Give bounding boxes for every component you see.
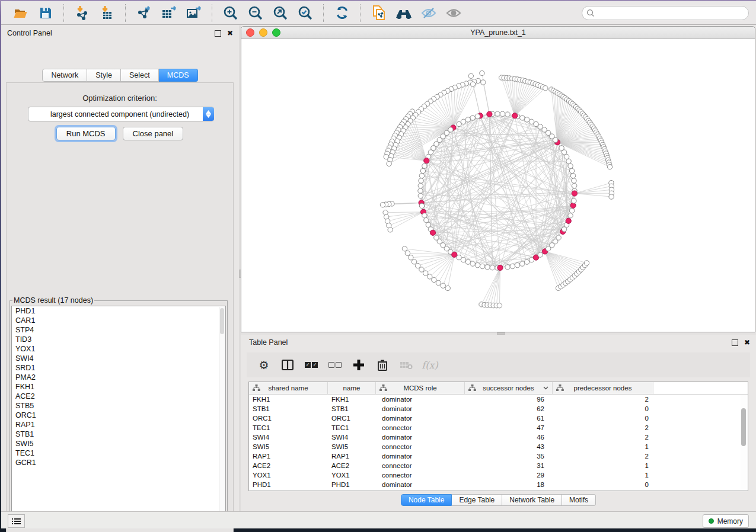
network-node[interactable] [543, 86, 548, 91]
table-row[interactable]: PHD1PHD1dominator180 [249, 480, 748, 489]
import-table-icon[interactable] [98, 4, 116, 22]
close-panel-button[interactable]: Close panel [123, 127, 184, 140]
table-cell[interactable]: dominator [376, 415, 465, 422]
table-cell[interactable]: 2 [553, 396, 653, 403]
network-node[interactable] [569, 168, 574, 173]
network-node[interactable] [520, 116, 525, 120]
task-history-button[interactable] [8, 514, 25, 528]
zoom-in-icon[interactable] [222, 4, 240, 22]
network-node[interactable] [418, 193, 423, 198]
table-cell[interactable]: 2 [553, 434, 653, 441]
apply-layout-icon[interactable] [333, 4, 351, 22]
mcds-result-list[interactable]: PHD1CAR1STP4TID3YOX1SWI4SRD1PMA2FKH1ACE2… [11, 306, 226, 516]
table-cell[interactable]: RAP1 [328, 453, 376, 460]
table-cell[interactable]: 96 [465, 396, 553, 403]
zoom-fit-icon[interactable] [272, 4, 289, 22]
table-row[interactable]: YOX1YOX1connector291 [249, 470, 748, 480]
table-cell[interactable]: 0 [553, 415, 653, 422]
clone-network-icon[interactable] [370, 4, 388, 22]
open-session-icon[interactable] [12, 4, 30, 22]
table-cell[interactable]: 2 [553, 424, 653, 431]
network-node[interactable] [388, 227, 393, 232]
network-node[interactable] [418, 183, 423, 188]
network-node[interactable] [505, 112, 510, 117]
dominator-node[interactable] [566, 218, 571, 223]
tab-style[interactable]: Style [87, 69, 121, 82]
network-node[interactable] [568, 213, 573, 218]
tab-network[interactable]: Network [42, 69, 87, 82]
tab-edge-table[interactable]: Edge Table [452, 494, 502, 506]
network-node[interactable] [607, 165, 612, 169]
mcds-result-item[interactable]: YOX1 [12, 344, 225, 354]
network-node[interactable] [485, 265, 490, 270]
network-node[interactable] [480, 70, 484, 75]
show-columns-icon[interactable] [277, 357, 298, 373]
close-panel-icon[interactable]: ✖ [744, 339, 750, 345]
save-session-icon[interactable] [37, 4, 55, 22]
float-panel-icon[interactable] [732, 339, 738, 346]
table-cell[interactable]: STB1 [249, 405, 328, 412]
zoom-out-icon[interactable] [247, 4, 264, 22]
table-cell[interactable]: SWI5 [328, 443, 376, 450]
hide-selected-icon[interactable] [420, 4, 438, 22]
table-cell[interactable]: ACE2 [328, 462, 376, 469]
network-node[interactable] [559, 146, 564, 150]
mcds-result-item[interactable]: FKH1 [12, 382, 225, 392]
network-node[interactable] [497, 303, 502, 308]
network-node[interactable] [572, 178, 576, 183]
find-neighbors-icon[interactable] [395, 4, 413, 22]
table-cell[interactable]: YOX1 [249, 472, 328, 479]
table-cell[interactable]: dominator [376, 405, 465, 412]
mcds-result-item[interactable]: PHD1 [12, 306, 225, 316]
network-node[interactable] [423, 271, 428, 275]
table-cell[interactable]: 0 [553, 481, 653, 488]
network-node[interactable] [495, 111, 500, 116]
network-node[interactable] [505, 265, 510, 270]
network-node[interactable] [402, 246, 407, 251]
network-window-titlebar[interactable]: YPA_prune.txt_1 [241, 27, 755, 39]
table-cell[interactable]: TEC1 [249, 424, 328, 431]
network-node[interactable] [428, 274, 432, 279]
network-node[interactable] [470, 82, 475, 86]
column-header-successor-nodes[interactable]: successor nodes [465, 382, 553, 394]
network-node[interactable] [570, 173, 575, 178]
network-node[interactable] [490, 265, 495, 270]
table-cell[interactable]: YOX1 [328, 472, 376, 479]
network-node[interactable] [384, 154, 388, 159]
network-node[interactable] [380, 203, 385, 207]
network-node[interactable] [510, 264, 515, 268]
table-row[interactable]: SWI4SWI4dominator462 [249, 432, 748, 442]
export-network-icon[interactable] [135, 4, 153, 22]
table-row[interactable]: STB1STB1dominator620 [249, 404, 748, 414]
dominator-node[interactable] [452, 252, 457, 257]
network-node[interactable] [461, 257, 465, 262]
mcds-result-item[interactable]: ACE2 [12, 392, 225, 401]
network-node[interactable] [525, 117, 529, 122]
export-table-icon[interactable] [160, 4, 178, 22]
table-cell[interactable]: FKH1 [328, 396, 376, 403]
network-node[interactable] [584, 261, 589, 265]
table-cell[interactable]: 43 [465, 443, 553, 450]
network-node[interactable] [480, 264, 484, 268]
table-scrollbar[interactable] [741, 395, 747, 489]
network-node[interactable] [465, 259, 470, 264]
create-column-icon[interactable] [349, 357, 369, 373]
mcds-result-item[interactable]: STP4 [12, 325, 225, 335]
zoom-selected-icon[interactable] [296, 4, 314, 22]
network-node[interactable] [520, 261, 525, 266]
import-network-icon[interactable] [74, 4, 91, 22]
network-node[interactable] [457, 121, 461, 126]
tab-select[interactable]: Select [121, 69, 159, 82]
table-cell[interactable]: PHD1 [249, 481, 328, 488]
network-node[interactable] [566, 159, 571, 164]
table-cell[interactable]: 35 [465, 453, 553, 460]
network-node[interactable] [538, 252, 543, 257]
criterion-select[interactable]: largest connected component (undirected) [28, 107, 214, 121]
table-row[interactable]: FKH1FKH1dominator962 [249, 395, 748, 404]
mcds-result-item[interactable]: GCR1 [12, 458, 225, 467]
tab-motifs[interactable]: Motifs [562, 494, 596, 506]
clear-all-checks-icon[interactable] [325, 357, 345, 373]
table-cell[interactable]: 2 [553, 453, 653, 460]
run-mcds-button[interactable]: Run MCDS [56, 127, 116, 140]
network-node[interactable] [500, 111, 505, 116]
